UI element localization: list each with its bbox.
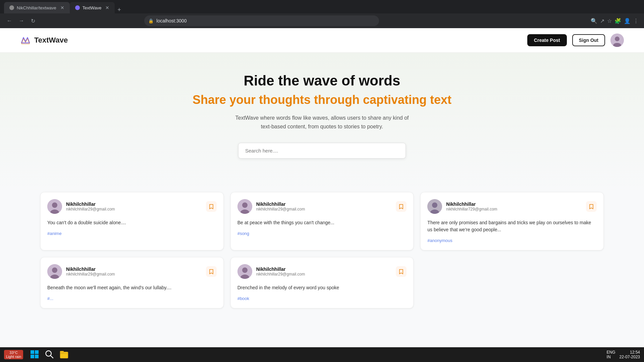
logo-text: TextWave [34,36,68,45]
bookmark-icon-1 [209,204,214,209]
post-avatar-image-2 [237,199,252,214]
post-email-1: nikhilchhillar29@gmail.com [66,207,115,212]
svg-point-7 [52,202,57,208]
post-username-2: Nikhilchhillar [256,201,305,207]
taskbar: 33°C Light rain ENG IN 12:54 22-07-20 [0,347,644,362]
tab-textwave-close[interactable]: ✕ [105,5,109,10]
share-icon[interactable]: ↗ [600,18,604,24]
search-taskbar-button[interactable] [43,348,55,361]
svg-rect-22 [35,350,39,354]
new-tab-button[interactable]: + [115,6,124,13]
post-username-3: Nikhilchhillar [446,201,497,207]
search-input[interactable] [238,143,406,159]
forward-button[interactable]: → [17,16,25,25]
post-avatar-3 [427,199,442,214]
svg-point-16 [52,267,57,273]
logo-icon [20,35,31,46]
extensions-icon[interactable]: 🧩 [614,18,621,24]
browser-chrome: NikChhillar/textwave ✕ TextWave ✕ + [0,0,644,13]
weather-widget: 33°C Light rain [4,350,23,359]
tab-github-close[interactable]: ✕ [60,5,64,10]
hero-title: Ride the wave of words [13,73,631,89]
post-user-info-3: Nikhilchhillar nikhilchhillar729@gmail.c… [446,201,497,212]
svg-rect-23 [31,355,34,358]
post-bookmark-2[interactable] [396,201,407,212]
svg-rect-28 [60,351,64,353]
post-card-1: Nikhilchhillar nikhilchhillar29@gmail.co… [40,192,224,250]
start-button[interactable] [29,348,41,361]
logo[interactable]: TextWave [20,35,68,46]
browser-tabs: NikChhillar/textwave ✕ TextWave ✕ + [4,0,124,13]
post-avatar-image-4 [47,264,62,279]
post-email-5: nikhilchhillar29@gmail.com [256,272,305,277]
post-avatar-5 [237,264,252,279]
tab-github[interactable]: NikChhillar/textwave ✕ [4,2,70,13]
post-bookmark-1[interactable] [206,201,217,212]
post-bookmark-3[interactable] [586,201,597,212]
post-username-1: Nikhilchhillar [66,201,115,207]
svg-rect-21 [31,350,34,354]
post-header-4: Nikhilchhillar nikhilchhillar29@gmail.co… [47,264,217,279]
post-avatar-image-3 [427,199,442,214]
file-explorer-button[interactable] [58,348,70,361]
post-avatar-1 [47,199,62,214]
search-container [238,143,406,159]
post-tag-1[interactable]: #anime [47,231,62,236]
post-avatar-image-5 [237,264,252,279]
tab-textwave[interactable]: TextWave ✕ [70,2,115,13]
post-username-5: Nikhilchhillar [256,266,305,272]
address-bar[interactable]: 🔒 localhost:3000 [144,15,379,26]
sign-out-button[interactable]: Sign Out [572,34,605,46]
region-text: IN [607,355,611,359]
textwave-favicon [75,5,80,10]
svg-rect-24 [35,355,39,358]
bookmark-icon-2 [398,204,404,209]
bookmark-star-icon[interactable]: ☆ [607,18,612,24]
refresh-button[interactable]: ↻ [30,16,37,25]
post-user-info-5: Nikhilchhillar nikhilchhillar29@gmail.co… [256,266,305,277]
post-header-5: Nikhilchhillar nikhilchhillar29@gmail.co… [237,264,407,279]
post-tag-3[interactable]: #anonymous [427,238,452,243]
post-header-1: Nikhilchhillar nikhilchhillar29@gmail.co… [47,199,217,214]
tab-textwave-label: TextWave [83,5,102,10]
post-user-1: Nikhilchhillar nikhilchhillar29@gmail.co… [47,199,115,214]
post-avatar-image-1 [47,199,62,214]
profile-icon[interactable]: 👤 [624,18,631,24]
hero-subtitle: Share your thoughts through captivating … [13,93,631,107]
post-content-3: There are only promises and bargains and… [427,219,597,233]
post-tag-5[interactable]: #book [237,296,249,301]
post-avatar-2 [237,199,252,214]
create-post-button[interactable]: Create Post [527,34,567,46]
user-avatar[interactable] [610,34,624,47]
hero-description: TextWave where words flow like waves, al… [231,114,413,131]
post-tag-4[interactable]: #... [47,296,53,301]
file-explorer-icon [59,350,69,359]
back-button[interactable]: ← [5,16,13,25]
browser-toolbar: ← → ↻ 🔒 localhost:3000 🔍 ↗ ☆ 🧩 👤 ⋮ [0,13,644,28]
svg-point-25 [46,351,51,356]
zoom-icon[interactable]: 🔍 [591,18,597,24]
post-card-2: Nikhilchhillar nikhilchhillar29@gmail.co… [230,192,414,250]
bookmark-icon-3 [589,204,594,209]
menu-icon[interactable]: ⋮ [633,18,639,24]
post-avatar-4 [47,264,62,279]
github-favicon [9,5,14,10]
post-bookmark-4[interactable] [206,266,217,277]
post-bookmark-5[interactable] [396,266,407,277]
bookmark-icon-4 [209,269,214,274]
post-content-5: Drenched in the melody of every word you… [237,284,407,291]
search-taskbar-icon [45,350,54,359]
time-display: 12:54 [620,350,640,355]
post-user-4: Nikhilchhillar nikhilchhillar29@gmail.co… [47,264,115,279]
posts-section: Nikhilchhillar nikhilchhillar29@gmail.co… [0,192,644,322]
post-email-2: nikhilchhillar29@gmail.com [256,207,305,212]
weather-temp: 33°C [9,351,18,355]
windows-icon [30,350,39,359]
post-content-4: Beneath the moon we'll meet again, the w… [47,284,217,291]
post-content-1: You can't do a double suicide alone.... [47,219,217,226]
post-user-info-1: Nikhilchhillar nikhilchhillar29@gmail.co… [66,201,115,212]
navbar: TextWave Create Post Sign Out [0,28,644,53]
post-user-5: Nikhilchhillar nikhilchhillar29@gmail.co… [237,264,305,279]
post-tag-2[interactable]: #song [237,231,249,236]
taskbar-system: ENG IN 12:54 22-07-2023 [607,350,640,359]
